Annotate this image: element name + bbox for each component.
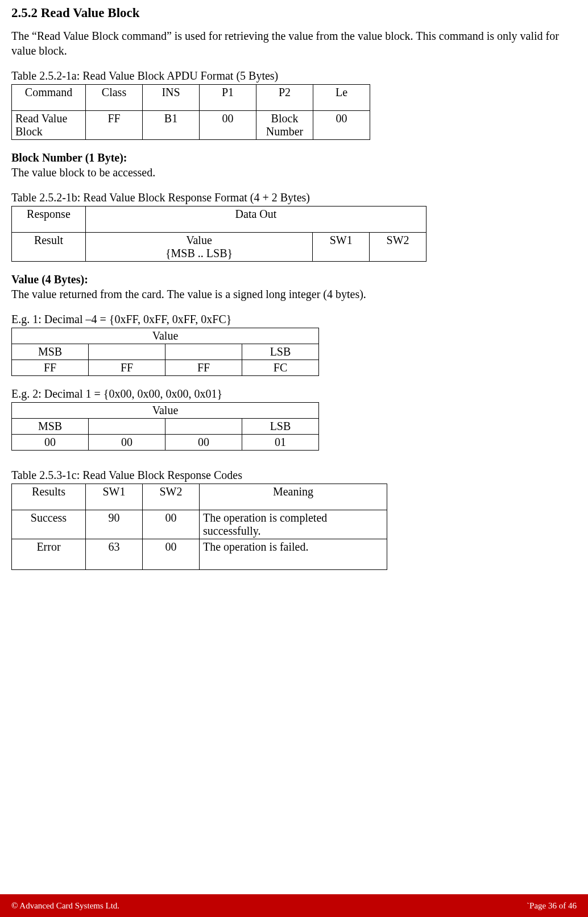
cell-ins: B1 <box>143 111 200 140</box>
block-number-label: Block Number (1 Byte): <box>11 150 577 165</box>
cell-blank <box>165 344 242 360</box>
cell-sw1: SW1 <box>313 233 370 262</box>
table-1b: Response Data Out Result Value{MSB .. LS… <box>11 206 426 262</box>
footer-bar: © Advanced Card Systems Ltd. `Page 36 of… <box>0 894 588 917</box>
table-row: Value <box>12 403 319 419</box>
cell-byte: 00 <box>165 435 242 451</box>
cell-byte: FC <box>242 360 319 376</box>
eg2-caption: E.g. 2: Decimal 1 = {0x00, 0x00, 0x00, 0… <box>11 386 577 401</box>
table-1c: Results SW1 SW2 Meaning Success 90 00 Th… <box>11 484 387 570</box>
cell-msb: MSB <box>12 419 89 435</box>
cell-result: Success <box>12 510 86 539</box>
cell-byte: FF <box>12 360 89 376</box>
cell-sw2: SW2 <box>370 233 426 262</box>
eg2-table: Value MSB LSB 00 00 00 01 <box>11 402 319 451</box>
table-row: Success 90 00 The operation is completed… <box>12 510 387 539</box>
cell-byte: FF <box>89 360 165 376</box>
cell-value: Value{MSB .. LSB} <box>85 233 312 262</box>
table-1c-caption: Table 2.5.3-1c: Read Value Block Respons… <box>11 468 577 482</box>
cell-blank <box>89 419 165 435</box>
cell-byte: 00 <box>89 435 165 451</box>
cell-p1: 00 <box>200 111 256 140</box>
cell-msb: MSB <box>12 344 89 360</box>
table-1b-caption: Table 2.5.2-1b: Read Value Block Respons… <box>11 190 577 205</box>
table-row: 00 00 00 01 <box>12 435 319 451</box>
footer-right: `Page 36 of 46 <box>527 901 577 911</box>
table-row: Value <box>12 328 319 344</box>
value-desc: The value returned from the card. The va… <box>11 287 577 301</box>
page-content: 2.5.2 Read Value Block The “Read Value B… <box>0 0 588 570</box>
cell-lsb: LSB <box>242 344 319 360</box>
col-command: Command <box>12 85 86 111</box>
cell-title: Value <box>12 328 319 344</box>
col-response: Response <box>12 206 86 233</box>
col-dataout: Data Out <box>85 206 426 233</box>
footer-left: © Advanced Card Systems Ltd. <box>11 901 119 911</box>
block-number-desc: The value block to be accessed. <box>11 165 577 180</box>
table-row: MSB LSB <box>12 419 319 435</box>
table-1a: Command Class INS P1 P2 Le Read Value Bl… <box>11 84 370 140</box>
table-row: FF FF FF FC <box>12 360 319 376</box>
cell-meaning: The operation is failed. <box>200 539 387 570</box>
col-p2: P2 <box>256 85 313 111</box>
cell-sw2: 00 <box>143 539 200 570</box>
cell-blank <box>89 344 165 360</box>
cell-p2: Block Number <box>256 111 313 140</box>
cell-title: Value <box>12 403 319 419</box>
eg1-caption: E.g. 1: Decimal –4 = {0xFF, 0xFF, 0xFF, … <box>11 312 577 327</box>
col-p1: P1 <box>200 85 256 111</box>
cell-sw2: 00 <box>143 510 200 539</box>
table-row: Command Class INS P1 P2 Le <box>12 85 370 111</box>
section-heading: 2.5.2 Read Value Block <box>11 6 577 20</box>
cell-meaning: The operation is completed successfully. <box>200 510 387 539</box>
col-ins: INS <box>143 85 200 111</box>
table-row: Error 63 00 The operation is failed. <box>12 539 387 570</box>
cell-blank <box>165 419 242 435</box>
cell-le: 00 <box>313 111 370 140</box>
cell-result: Result <box>12 233 86 262</box>
table-row: Read Value Block FF B1 00 Block Number 0… <box>12 111 370 140</box>
cell-byte: 01 <box>242 435 319 451</box>
cell-byte: 00 <box>12 435 89 451</box>
value-label: Value (4 Bytes): <box>11 272 577 287</box>
cell-class: FF <box>86 111 143 140</box>
col-meaning: Meaning <box>200 484 387 510</box>
cell-result: Error <box>12 539 86 570</box>
table-1a-caption: Table 2.5.2-1a: Read Value Block APDU Fo… <box>11 68 577 83</box>
intro-paragraph: The “Read Value Block command” is used f… <box>11 28 577 58</box>
table-row: Result Value{MSB .. LSB} SW1 SW2 <box>12 233 426 262</box>
cell-lsb: LSB <box>242 419 319 435</box>
table-row: Results SW1 SW2 Meaning <box>12 484 387 510</box>
table-row: Response Data Out <box>12 206 426 233</box>
cell-sw1: 63 <box>86 539 143 570</box>
table-row: MSB LSB <box>12 344 319 360</box>
cell-command: Read Value Block <box>12 111 86 140</box>
col-le: Le <box>313 85 370 111</box>
col-class: Class <box>86 85 143 111</box>
cell-sw1: 90 <box>86 510 143 539</box>
col-sw2: SW2 <box>143 484 200 510</box>
col-results: Results <box>12 484 86 510</box>
cell-byte: FF <box>165 360 242 376</box>
eg1-table: Value MSB LSB FF FF FF FC <box>11 328 319 376</box>
col-sw1: SW1 <box>86 484 143 510</box>
